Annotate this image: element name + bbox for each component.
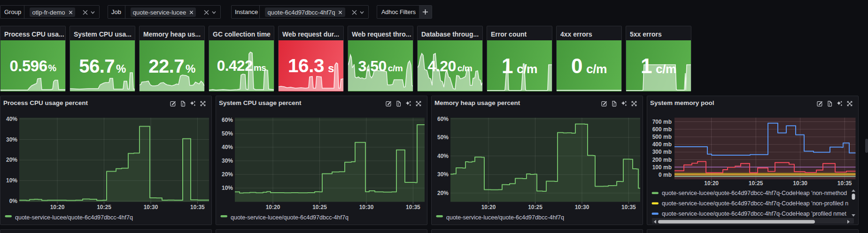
svg-text:quote-service-lucee/quote-6c4d: quote-service-lucee/quote-6c4d97dbcc-4hf… [231, 214, 349, 221]
svg-text:20%: 20% [6, 157, 17, 163]
svg-text:10:30: 10:30 [575, 204, 589, 210]
svg-text:600 mb: 600 mb [652, 126, 672, 133]
svg-text:0 mb: 0 mb [659, 172, 672, 178]
svg-text:50%: 50% [222, 130, 233, 137]
svg-text:200 mb: 200 mb [652, 157, 672, 163]
svg-text:10:25: 10:25 [528, 204, 542, 210]
svg-text:10:25: 10:25 [97, 204, 111, 210]
svg-text:quote-service-lucee/quote-6c4d: quote-service-lucee/quote-6c4d97dbcc-4hf… [662, 200, 848, 207]
svg-text:10:30: 10:30 [359, 204, 374, 210]
svg-text:quote-service-lucee/quote-6c4d: quote-service-lucee/quote-6c4d97dbcc-4hf… [662, 190, 847, 196]
svg-text:40%: 40% [222, 144, 233, 150]
svg-text:500 mb: 500 mb [652, 134, 672, 140]
svg-text:50%: 50% [437, 134, 449, 141]
svg-text:10:25: 10:25 [312, 204, 327, 210]
svg-text:10:30: 10:30 [793, 180, 807, 187]
svg-text:10:20: 10:20 [266, 204, 280, 210]
svg-text:10:35: 10:35 [621, 204, 636, 210]
svg-text:10:20: 10:20 [50, 204, 65, 210]
svg-text:60%: 60% [222, 117, 233, 123]
svg-text:10:35: 10:35 [406, 204, 420, 210]
svg-text:quote-service-lucee/quote-6c4d: quote-service-lucee/quote-6c4d97dbcc-4hf… [662, 210, 846, 217]
svg-text:30%: 30% [6, 136, 17, 143]
svg-text:quote-service-lucee/quote-6c4d: quote-service-lucee/quote-6c4d97dbcc-4hf… [446, 214, 564, 221]
svg-text:100 mb: 100 mb [652, 164, 672, 171]
svg-text:10:35: 10:35 [190, 204, 205, 210]
svg-text:30%: 30% [222, 158, 233, 164]
svg-text:300 mb: 300 mb [652, 149, 672, 155]
svg-text:10:35: 10:35 [837, 180, 852, 187]
svg-text:400 mb: 400 mb [652, 141, 672, 148]
svg-text:60%: 60% [437, 116, 449, 122]
svg-text:10%: 10% [6, 177, 17, 184]
svg-text:10:30: 10:30 [144, 204, 158, 210]
svg-text:700 mb: 700 mb [652, 119, 672, 125]
svg-text:20%: 20% [437, 190, 449, 196]
svg-text:10:20: 10:20 [704, 180, 719, 187]
svg-text:10:20: 10:20 [481, 204, 496, 210]
svg-text:quote-service-lucee/quote-6c4d: quote-service-lucee/quote-6c4d97dbcc-4hf… [15, 214, 133, 221]
svg-text:10%: 10% [222, 185, 233, 191]
svg-text:30%: 30% [437, 171, 449, 178]
svg-text:10:25: 10:25 [749, 180, 763, 187]
svg-text:0%: 0% [9, 198, 18, 204]
svg-text:40%: 40% [437, 153, 449, 159]
svg-text:40%: 40% [6, 116, 17, 122]
svg-text:20%: 20% [222, 171, 233, 178]
